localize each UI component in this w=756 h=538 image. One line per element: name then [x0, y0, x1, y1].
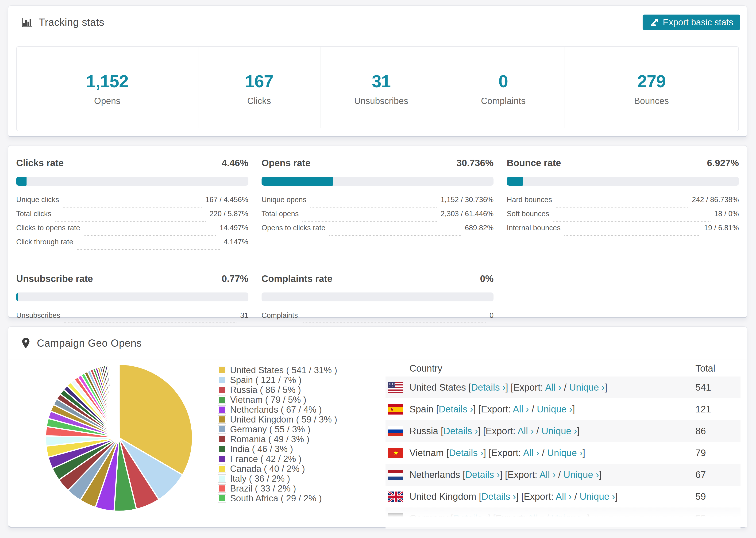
slash: /	[544, 513, 551, 523]
legend-swatch-icon	[219, 495, 225, 501]
summary-value: 1,152	[86, 71, 129, 91]
bracket: ] [	[483, 448, 491, 458]
rate-detail-value: 31	[240, 311, 248, 320]
legend-label: Vietnam ( 79 / 5% )	[230, 395, 306, 405]
export-unique-link[interactable]: Unique ›	[537, 404, 572, 414]
details-link[interactable]: Details ›	[482, 491, 516, 502]
unsubscribe-rate-value: 0.77%	[222, 273, 248, 284]
rate-detail-value: 689.82%	[465, 224, 494, 232]
export-unique-link[interactable]: Unique ›	[552, 513, 587, 523]
export-all-link[interactable]: All ›	[527, 513, 544, 523]
legend-swatch-icon	[219, 377, 225, 383]
dotted-leader	[64, 323, 237, 323]
bounce-rate-block: Bounce rate 6.927% Hard bounces242 / 86.…	[507, 158, 739, 252]
legend-item: Brazil ( 33 / 2% )	[219, 484, 337, 493]
tracking-stats-card: Tracking stats Export basic stats 1,152O…	[8, 5, 747, 137]
legend-swatch-icon	[219, 476, 225, 482]
geo-pie-chart[interactable]	[43, 362, 195, 513]
summary-cell-bounces: 279Bounces	[565, 46, 738, 128]
rate-detail-value: 14.497%	[220, 224, 248, 232]
export-all-link[interactable]: All ›	[523, 448, 539, 458]
rate-detail-value: 220 / 5.87%	[209, 210, 248, 218]
total-cell: 121	[695, 404, 740, 414]
complaints-rate-block: Complaints rate 0% Complaints0	[261, 273, 494, 325]
rate-detail-row: Click through rate4.147%	[16, 238, 248, 252]
summary-value: 0	[499, 71, 508, 91]
details-link[interactable]: Details ›	[449, 448, 483, 458]
rate-detail-row: Internal bounces19 / 6.81%	[507, 224, 739, 238]
bracket: ] [	[478, 426, 486, 436]
legend-label: Germany ( 55 / 3% )	[230, 424, 310, 435]
slash: /	[561, 382, 569, 393]
unsubscribe-rate-block: Unsubscribe rate 0.77% Unsubscribes31	[16, 273, 248, 325]
geo-table-row: Vietnam [Details ›] [Export: All › / Uni…	[386, 442, 740, 464]
summary-label: Complaints	[481, 96, 525, 106]
legend-item: South Africa ( 29 / 2% )	[219, 493, 337, 503]
export-icon	[650, 18, 659, 27]
geo-table-row: Russia [Details ›] [Export: All › / Uniq…	[386, 420, 740, 442]
legend-item: Spain ( 121 / 7% )	[219, 375, 337, 385]
country-name: United Kingdom	[409, 491, 476, 502]
geo-table-row: United Kingdom [Details ›] [Export: All …	[386, 486, 740, 508]
dotted-leader	[77, 249, 220, 250]
export-unique-link[interactable]: Unique ›	[547, 448, 582, 458]
export-basic-stats-button[interactable]: Export basic stats	[643, 15, 740, 30]
details-link[interactable]: Details ›	[444, 426, 478, 436]
legend-label: France ( 42 / 2% )	[230, 454, 301, 464]
geo-table-row: United States [Details ›] [Export: All ›…	[386, 377, 740, 398]
rate-detail-value: 1,152 / 30.736%	[441, 195, 494, 204]
dotted-leader	[556, 207, 688, 207]
export-unique-link[interactable]: Unique ›	[569, 382, 605, 393]
summary-stats-box: 1,152Opens167Clicks31Unsubscribes0Compla…	[16, 46, 739, 131]
details-link[interactable]: Details ›	[453, 513, 488, 523]
rate-detail-row: Hard bounces242 / 86.738%	[507, 195, 739, 210]
dotted-leader	[302, 221, 437, 222]
rate-detail-label: Unique clicks	[16, 195, 59, 204]
legend-swatch-icon	[219, 456, 225, 462]
complaints-rate-bar	[261, 293, 494, 301]
details-link[interactable]: Details ›	[465, 469, 500, 480]
legend-label: Netherlands ( 67 / 4% )	[230, 405, 322, 415]
details-link[interactable]: Details ›	[439, 404, 473, 414]
country-name: Russia	[409, 426, 438, 436]
geo-header: Campaign Geo Opens	[8, 327, 747, 360]
export-all-link[interactable]: All ›	[540, 469, 556, 480]
bracket: ]	[599, 469, 602, 480]
summary-label: Opens	[94, 96, 121, 106]
export-all-link[interactable]: All ›	[517, 426, 534, 436]
rate-detail-row: Unique opens1,152 / 30.736%	[261, 195, 494, 210]
legend-item: Italy ( 36 / 2% )	[219, 474, 337, 484]
export-all-link[interactable]: All ›	[513, 404, 529, 414]
export-label: Export:	[496, 513, 527, 523]
rate-detail-value: 2,303 / 61.446%	[441, 210, 494, 218]
slash: /	[529, 404, 537, 414]
clicks-rate-bar	[16, 177, 248, 186]
bracket: ]	[587, 513, 590, 523]
export-all-link[interactable]: All ›	[556, 491, 572, 502]
export-label: Export:	[491, 448, 523, 458]
bounce-rate-title: Bounce rate	[507, 158, 561, 168]
export-unique-link[interactable]: Unique ›	[580, 491, 615, 502]
export-all-link[interactable]: All ›	[545, 382, 561, 393]
geo-table-row: Spain [Details ›] [Export: All › / Uniqu…	[386, 398, 740, 420]
geo-pie-legend: United States ( 541 / 31% )Spain ( 121 /…	[219, 365, 337, 503]
export-unique-link[interactable]: Unique ›	[541, 426, 577, 436]
export-unique-link[interactable]: Unique ›	[564, 469, 599, 480]
summary-label: Bounces	[634, 96, 669, 106]
bracket: ]	[577, 426, 580, 436]
rate-detail-label: Complaints	[261, 311, 298, 320]
dotted-leader	[553, 221, 711, 222]
dotted-leader	[310, 207, 437, 207]
summary-value: 167	[245, 71, 273, 91]
details-link[interactable]: Details ›	[471, 382, 506, 393]
flag-germany-icon	[388, 513, 404, 524]
bounce-rate-value: 6.927%	[707, 158, 739, 168]
rate-detail-row: Total clicks220 / 5.87%	[16, 210, 248, 224]
legend-label: Brazil ( 33 / 2% )	[230, 484, 296, 494]
bracket: ]	[615, 491, 618, 502]
rate-detail-value: 0	[490, 311, 494, 320]
summary-cell-clicks: 167Clicks	[198, 46, 320, 128]
dotted-leader	[302, 323, 486, 323]
legend-item: United Kingdom ( 59 / 3% )	[219, 414, 337, 424]
summary-cell-unsubscribes: 31Unsubscribes	[320, 46, 443, 128]
